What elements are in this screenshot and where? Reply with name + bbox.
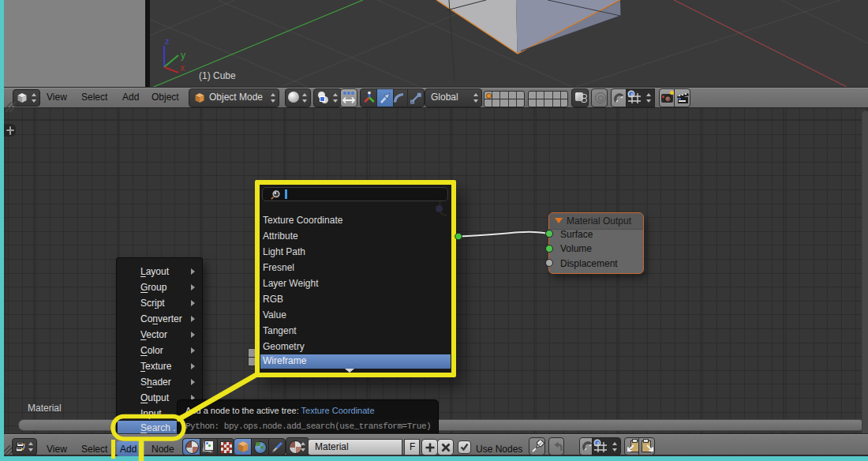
svg-text:y: y <box>181 50 185 61</box>
svg-text:z: z <box>165 36 170 46</box>
svg-text:(1) Cube: (1) Cube <box>199 70 236 81</box>
svg-text:x: x <box>180 62 185 73</box>
